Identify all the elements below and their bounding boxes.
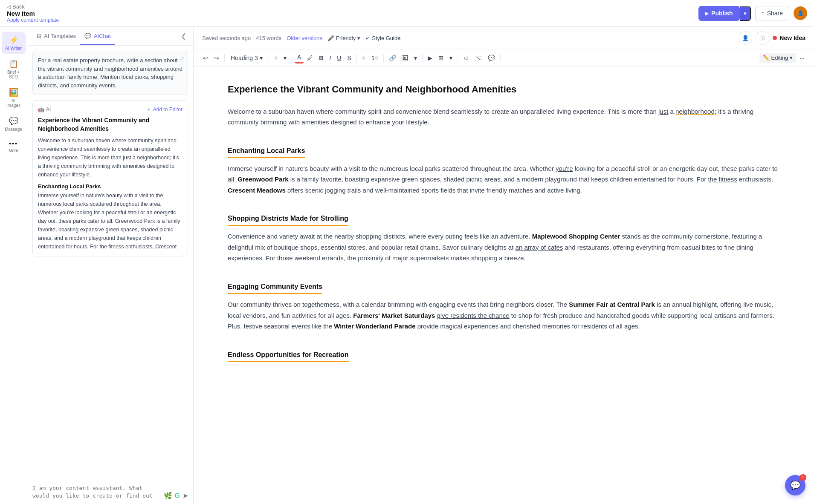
link-button[interactable]: 🔗 [386,53,399,63]
sidebar-label-more: More [9,148,18,153]
main-layout: ⚡ AI Writer 📋 Brief + SEO 🖼️ AI Images 💬… [0,27,814,504]
numbered-list-button[interactable]: 1≡ [369,53,381,63]
section-para-events: Our community thrives on togetherness, w… [228,299,780,332]
bold-button[interactable]: B [316,53,326,63]
font-color-button[interactable]: A [295,52,304,63]
chat-grammarly-button[interactable]: G [175,492,180,500]
image-chevron[interactable]: ▾ [411,53,420,63]
images-icon: 🖼️ [9,88,18,97]
italic-button[interactable]: I [327,53,333,63]
sidebar-item-more[interactable]: ••• More [2,137,26,156]
more-icon: ••• [9,140,18,147]
sidebar-item-ai-images[interactable]: 🖼️ AI Images [2,84,26,111]
align-chevron[interactable]: ▾ [281,53,289,63]
editor-content[interactable]: Experience the Vibrant Community and Nei… [194,66,814,504]
new-idea-dot [773,36,777,40]
bullet-list-button[interactable]: ≡ [359,53,368,63]
editor-topbar-right: 👤 ⊡ New Idea [739,31,805,45]
section-para-shopping: Convenience and variety await at the nea… [228,231,780,264]
page-title: New Item [7,10,59,17]
chat-emoji-button[interactable]: 🌿 [164,492,172,500]
comment-button[interactable]: 💬 [485,53,498,63]
underline-button[interactable]: U [334,53,344,63]
undo-button[interactable]: ↩ [200,53,211,63]
highlight-button[interactable]: 🖊 [304,53,316,63]
sidebar-item-message[interactable]: 💬 Message [2,113,26,135]
heading-label: Heading 3 [231,55,258,61]
tab-ai-templates[interactable]: ⊞ AI Templates [32,27,80,45]
toolbar-sep-5 [383,54,384,62]
back-button[interactable]: ◁ Back [7,3,59,10]
sidebar-item-brief-seo[interactable]: 📋 Brief + SEO [2,56,26,83]
avatar[interactable]: 👤 [794,6,807,20]
toolbar-sep-3 [292,54,292,62]
toolbar-sep-4 [356,54,357,62]
sidebar-item-ai-writer[interactable]: ⚡ AI Writer [2,32,26,54]
share-label: Share [767,10,783,17]
publish-button[interactable]: ▶ Publish [698,6,740,21]
gold-underline-neighborhood: neighborhood [675,108,715,115]
tab-ai-chat[interactable]: 💬 AIChat [80,27,115,45]
publish-wrap: ▶ Publish ▾ [698,6,751,21]
bold-greenwood: Greenwood Park [238,176,288,183]
sidebar-label-ai-writer: AI Writer [5,46,22,51]
style-guide-label: Style Guide [372,35,400,41]
special-char-button[interactable]: ⌥ [472,53,484,63]
new-idea-label[interactable]: New Idea [779,35,805,41]
share-button[interactable]: ↑ Share [755,6,789,20]
document-title: Experience the Vibrant Community and Nei… [228,84,780,96]
prompt-text: For a real estate property brochure, wri… [38,57,182,89]
image-button[interactable]: 🖼 [400,53,411,63]
toolbar-sep-7 [458,54,458,62]
robot-icon: 🤖 [38,107,44,112]
brief-icon: 📋 [9,59,18,69]
toolbar-sep-2 [269,54,269,62]
apply-template-link[interactable]: Apply content template [7,17,59,23]
panel-body: For a real estate property brochure, wri… [27,46,193,480]
toolbar-sep-8 [500,54,501,62]
emoji-button[interactable]: ☺ [461,53,472,63]
chat-support-button[interactable]: 💬 1 [785,475,805,495]
ai-result-title: Experience the Vibrant Community and Nei… [38,116,182,133]
play-icon: ▶ [705,11,709,16]
add-to-editor-button[interactable]: ＋ Add to Editor [146,106,182,113]
table-button[interactable]: ⊞ [436,53,446,63]
editing-badge: ✏️ Editing ▾ [759,53,797,63]
older-versions-link[interactable]: Older versions [287,35,322,41]
sidebar-label-brief-seo: Brief + SEO [4,70,23,79]
panel-collapse-button[interactable]: ❮ [179,30,188,42]
bold-summer-fair: Summer Fair at Central Park [569,301,655,308]
editing-chevron: ▾ [790,55,793,61]
section-heading-parks: Enchanting Local Parks [228,145,305,158]
section-heading-recreation: Endless Opportunities for Recreation [228,349,349,362]
publish-dropdown-button[interactable]: ▾ [740,6,751,21]
word-count: 415 words [256,35,281,41]
editing-label: Editing [771,55,788,61]
bold-crescent: Crescent Meadows [228,187,286,194]
section-para-parks: Immerse yourself in nature's beauty with… [228,163,780,196]
pencil-icon: ✏️ [763,55,770,61]
lightning-icon: ⚡ [9,35,18,45]
table-chevron[interactable]: ▾ [447,53,455,63]
tab-ai-chat-label: AIChat [94,33,111,39]
heading-selector[interactable]: Heading 3 ▾ [227,53,266,63]
tab-ai-templates-label: AI Templates [44,33,76,39]
redo-button[interactable]: ↪ [211,53,222,63]
play-button[interactable]: ▶ [425,53,435,63]
person-circle-button[interactable]: 👤 [739,31,752,45]
publish-label: Publish [711,10,733,17]
sidebar-label-ai-images: AI Images [4,98,23,108]
tone-button[interactable]: 🎤 Friendly ▾ [327,35,360,41]
topbar-left: ◁ Back New Item Apply content template [7,3,59,23]
editor-meta: Saved seconds ago 415 words Older versio… [202,35,400,41]
style-guide-button[interactable]: ✓ Style Guide [365,35,400,41]
copy-circle-button[interactable]: ⊡ [756,31,769,45]
align-button[interactable]: ≡ [272,53,280,63]
more-toolbar-button[interactable]: ··· [797,53,807,63]
strikethrough-button[interactable]: S [345,53,353,63]
chat-send-button[interactable]: ➤ [182,492,188,500]
chat-input[interactable] [32,484,160,500]
editor-topbar: Saved seconds ago 415 words Older versio… [194,27,814,49]
expand-icon[interactable]: ⤢ [180,55,184,62]
bold-farmers-market: Farmers' Market Saturdays [353,312,435,319]
